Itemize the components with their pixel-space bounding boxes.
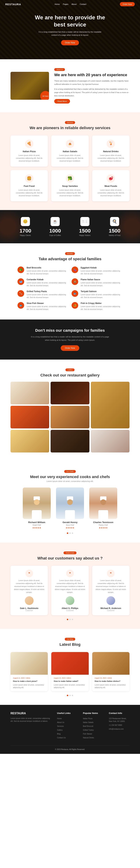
- chef-role-0: Head Chef: [23, 524, 51, 526]
- stats-bg-left: [0, 210, 26, 243]
- gallery-item-4: [51, 406, 89, 428]
- service-title-3: Fast Food: [14, 185, 45, 187]
- footer-item-1[interactable]: Italian Salads: [83, 721, 103, 724]
- benefit-text-0: Beef Broccolis Lorem ipsum dolor sit ame…: [27, 267, 68, 275]
- testimonials-grid: ❝ Lorem ipsum dolor sit amet, consectetu…: [10, 566, 130, 615]
- footer-item-3[interactable]: Grilled Turkey: [83, 729, 103, 732]
- footer-about-text: Lorem ipsum dolor sit amet, consectetur …: [10, 717, 52, 723]
- nav-link-pages[interactable]: Pages: [63, 3, 68, 5]
- footer-item-4[interactable]: Fish Stewer: [83, 733, 103, 735]
- footer-col-links: Useful Links Home About Us Services Gall…: [57, 712, 78, 740]
- chef-name-1: Gerald Hunny: [56, 521, 84, 524]
- blog-content-2: August 18, 2023 • Admin How to make Ital…: [92, 675, 130, 691]
- service-card-2: 🍹 Natural Drinks Lorem ipsum dolor sit a…: [92, 135, 130, 167]
- dot-2[interactable]: [72, 532, 73, 534]
- chefs-badge: Our Chefs: [64, 470, 76, 473]
- blog-dot-0[interactable]: [67, 695, 68, 696]
- blog-post-title-0: How to make a best pizza?: [13, 680, 45, 683]
- gallery-item-7: [91, 430, 130, 453]
- chefs-pagination: [10, 532, 130, 534]
- service-desc-2: Lorem ipsum dolor sit amet, consectetur …: [95, 154, 126, 162]
- chef-photo-1: [56, 488, 84, 519]
- cta-title: Don't miss our campaigns for families: [10, 328, 130, 333]
- testimonial-name-0: Gale L. Hashimoto: [14, 607, 45, 610]
- test-dot-1[interactable]: [69, 619, 71, 620]
- blog-pagination: [10, 695, 130, 696]
- service-title-4: Soup Varieties: [54, 185, 86, 187]
- blog-meta-1: August 15, 2023 • Admin: [54, 677, 86, 679]
- footer-link-4[interactable]: Blog: [57, 733, 78, 735]
- testimonial-name-1: Albert S. Phillips: [54, 607, 86, 610]
- blog-dot-2[interactable]: [72, 695, 73, 696]
- nav-link-contact[interactable]: Contact: [79, 3, 86, 5]
- testimonial-card-1: ❝ Lorem ipsum dolor sit amet, consectetu…: [51, 566, 89, 615]
- blog-excerpt-2: Lorem ipsum dolor sit amet, consectetur …: [95, 684, 127, 689]
- blog-badge: Our Blog: [65, 638, 75, 641]
- about-read-more-button[interactable]: Read More: [54, 99, 70, 103]
- footer-link-5[interactable]: Contact Us: [57, 736, 78, 739]
- nav-order-button[interactable]: Order Now: [120, 2, 135, 6]
- benefit-title-4: Grilled Turkey Pasta: [27, 290, 68, 292]
- gallery-grid: [10, 382, 130, 453]
- footer-link-3[interactable]: Gallery: [57, 729, 78, 732]
- footer-link-1[interactable]: About Us: [57, 721, 78, 724]
- quote-icon-2: ❝: [110, 571, 112, 576]
- cta-section: Don't miss our campaigns for families It…: [0, 319, 140, 360]
- chef-name-0: Richard William: [23, 521, 51, 524]
- gallery-badge: Gallery: [66, 369, 75, 371]
- benefit-text-2: Coriander Kebab Lorem ipsum dolor sit am…: [27, 278, 68, 287]
- benefits-badge: Benefits: [65, 252, 75, 255]
- blog-excerpt-1: Lorem ipsum dolor sit amet, consectetur …: [54, 684, 86, 689]
- chefs-section: Our Chefs Meet our very experienced cook…: [0, 461, 140, 542]
- benefits-grid: 🥦 Beef Broccolis Lorem ipsum dolor sit a…: [18, 267, 122, 311]
- quote-icon-0: ❝: [28, 571, 30, 576]
- benefits-title: Take advantage of special families: [10, 257, 130, 261]
- about-years-number: 20: [43, 95, 44, 97]
- blog-title: Latest Blog: [10, 642, 130, 647]
- nav-link-home[interactable]: Home: [54, 3, 60, 5]
- benefit-text-1: Eggplant Kebab Lorem ipsum dolor sit ame…: [81, 267, 122, 275]
- service-card-4: 🥦 Soup Varieties Lorem ipsum dolor sit a…: [51, 170, 89, 201]
- benefit-desc-0: Lorem ipsum dolor sit amet, consectetur …: [27, 270, 68, 275]
- dot-1[interactable]: [69, 532, 71, 534]
- footer-link-0[interactable]: Home: [57, 717, 78, 720]
- blog-card-2: August 18, 2023 • Admin How to make Ital…: [92, 652, 130, 691]
- hero-order-button[interactable]: Order Now: [61, 40, 79, 45]
- footer-item-2[interactable]: Beef Broccoli: [83, 725, 103, 728]
- benefit-item-1: 🍆 Eggplant Kebab Lorem ipsum dolor sit a…: [72, 267, 122, 275]
- nav-link-about[interactable]: About: [71, 3, 76, 5]
- blog-image-1: [51, 652, 89, 675]
- testimonial-icon-0: ❝: [25, 569, 33, 577]
- service-card-5: 🥩 Meat Foods Lorem ipsum dolor sit amet,…: [92, 170, 130, 201]
- cta-order-button[interactable]: Order Now: [61, 345, 79, 351]
- benefit-title-2: Coriander Kebab: [27, 278, 68, 281]
- test-dot-2[interactable]: [72, 619, 73, 620]
- stat-item-2: 🍽️ 1500 Happy Visitors: [79, 217, 91, 236]
- hero-title: We are here to provide the best service: [33, 14, 107, 28]
- chefs-title: Meet our very experienced cooks and chef…: [10, 475, 130, 479]
- service-card-0: 🍕 Italian Pizza Lorem ipsum dolor sit am…: [10, 135, 48, 167]
- about-desc1: There are many variations of passages of…: [54, 79, 130, 86]
- footer-item-5[interactable]: Natural Drinks: [83, 736, 103, 739]
- benefit-title-6: Slow Fish Stewer: [27, 302, 68, 305]
- test-dot-0[interactable]: [67, 619, 68, 620]
- chef-card-1: Gerald Hunny Sous Chef ★★★★★: [56, 488, 84, 529]
- services-badge: Services: [65, 121, 75, 124]
- blog-meta-2: August 18, 2023 • Admin: [95, 677, 127, 679]
- footer-link-2[interactable]: Services: [57, 725, 78, 728]
- gallery-item-0: [10, 382, 49, 404]
- service-card-1: 🍝 Italian Salads Lorem ipsum dolor sit a…: [51, 135, 89, 167]
- service-title-5: Meat Foods: [95, 185, 126, 187]
- chef-role-1: Sous Chef: [56, 524, 84, 526]
- blog-meta-0: August 12, 2023 • Admin: [13, 677, 45, 679]
- blog-dot-1[interactable]: [69, 695, 71, 696]
- blog-section: Our Blog Latest Blog August 12, 2023 • A…: [0, 629, 140, 705]
- dot-0[interactable]: [67, 532, 68, 534]
- benefit-text-7: Fish in Crispy Watter Lorem ipsum dolor …: [81, 302, 122, 311]
- footer-col-about: RESTAURA Lorem ipsum dolor sit amet, con…: [10, 712, 52, 740]
- testimonials-title: What our customers say about us ?: [10, 556, 130, 561]
- benefit-item-4: 🍗 Grilled Turkey Pasta Lorem ipsum dolor…: [18, 290, 68, 299]
- stat-number-2: 1500: [79, 228, 91, 234]
- footer-item-0[interactable]: Italian Pizza: [83, 717, 103, 720]
- benefit-title-5: Teriyaki Salmon: [81, 290, 122, 292]
